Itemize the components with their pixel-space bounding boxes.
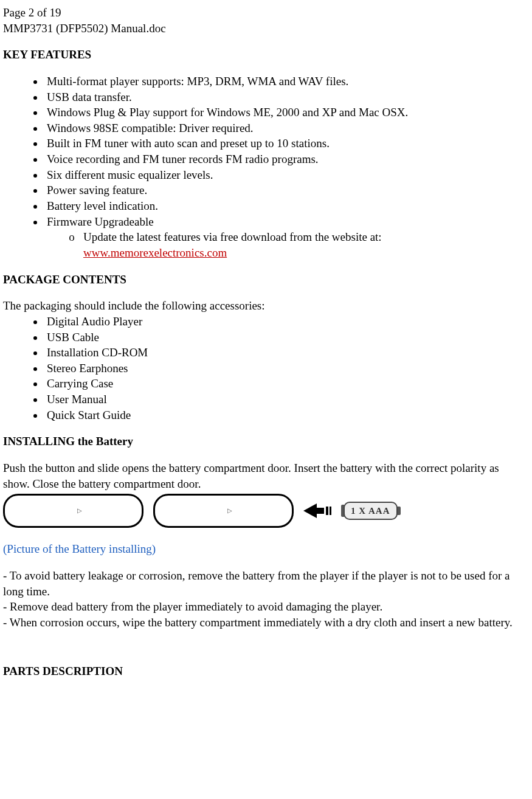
list-item: Six different music equalizer levels. xyxy=(44,167,527,183)
list-item: Windows Plug & Play support for Windows … xyxy=(44,105,527,120)
list-item: Quick Start Guide xyxy=(44,407,527,423)
device-marker-icon: ▷ xyxy=(227,507,233,516)
arrow-left-icon xyxy=(303,503,331,518)
doc-filename: MMP3731 (DFP5502) Manual.doc xyxy=(3,21,527,36)
list-item-label: Firmware Upgradeable xyxy=(47,215,154,228)
device-marker-icon: ▷ xyxy=(77,507,83,516)
list-item: Windows 98SE compatible: Driver required… xyxy=(44,120,527,136)
battery-intro: Push the button and slide opens the batt… xyxy=(3,460,527,491)
list-item: Stereo Earphones xyxy=(44,361,527,376)
page-number: Page 2 of 19 xyxy=(3,5,527,21)
battery-label: 1 X AAA xyxy=(344,502,398,520)
battery-icon: 1 X AAA xyxy=(341,502,401,520)
list-item: Firmware Upgradeable Update the latest f… xyxy=(44,214,527,261)
list-item: USB data transfer. xyxy=(44,89,527,105)
list-item: Digital Audio Player xyxy=(44,314,527,330)
list-item: Multi-format player supports: MP3, DRM, … xyxy=(44,74,527,89)
list-item: USB Cable xyxy=(44,330,527,345)
battery-note: - To avoid battery leakage or corrosion,… xyxy=(3,568,527,599)
battery-note: - Remove dead battery from the player im… xyxy=(3,599,527,615)
svg-rect-2 xyxy=(330,507,331,515)
list-item: Installation CD-ROM xyxy=(44,345,527,361)
figure-caption: (Picture of the Battery installing) xyxy=(3,541,527,557)
device-open-icon: ▷ xyxy=(153,494,294,528)
sub-item-text: Update the latest features via free down… xyxy=(83,230,382,243)
list-item: Voice recording and FM tuner records FM … xyxy=(44,151,527,167)
heading-parts-description: PARTS DESCRIPTION xyxy=(3,663,527,679)
list-item: Battery level indication. xyxy=(44,198,527,214)
battery-note: - When corrosion occurs, wipe the batter… xyxy=(3,615,527,631)
list-item: Power saving feature. xyxy=(44,182,527,198)
device-closed-icon: ▷ xyxy=(3,494,143,528)
heading-key-features: KEY FEATURES xyxy=(3,47,527,63)
battery-figure: ▷ ▷ 1 X AAA xyxy=(3,494,527,528)
list-item: Carrying Case xyxy=(44,376,527,392)
package-intro: The packaging should include the followi… xyxy=(3,298,527,314)
svg-marker-0 xyxy=(303,503,324,518)
list-item: Built in FM tuner with auto scan and pre… xyxy=(44,136,527,151)
heading-installing-battery: INSTALLING the Battery xyxy=(3,434,527,449)
svg-rect-1 xyxy=(326,507,328,515)
package-contents-list: Digital Audio Player USB Cable Installat… xyxy=(3,314,527,423)
sub-list: Update the latest features via free down… xyxy=(47,229,527,260)
website-link[interactable]: www.memorexelectronics.com xyxy=(83,246,227,259)
sub-list-item: Update the latest features via free down… xyxy=(83,229,527,260)
list-item: User Manual xyxy=(44,392,527,407)
key-features-list: Multi-format player supports: MP3, DRM, … xyxy=(3,74,527,261)
heading-package-contents: PACKAGE CONTENTS xyxy=(3,272,527,288)
